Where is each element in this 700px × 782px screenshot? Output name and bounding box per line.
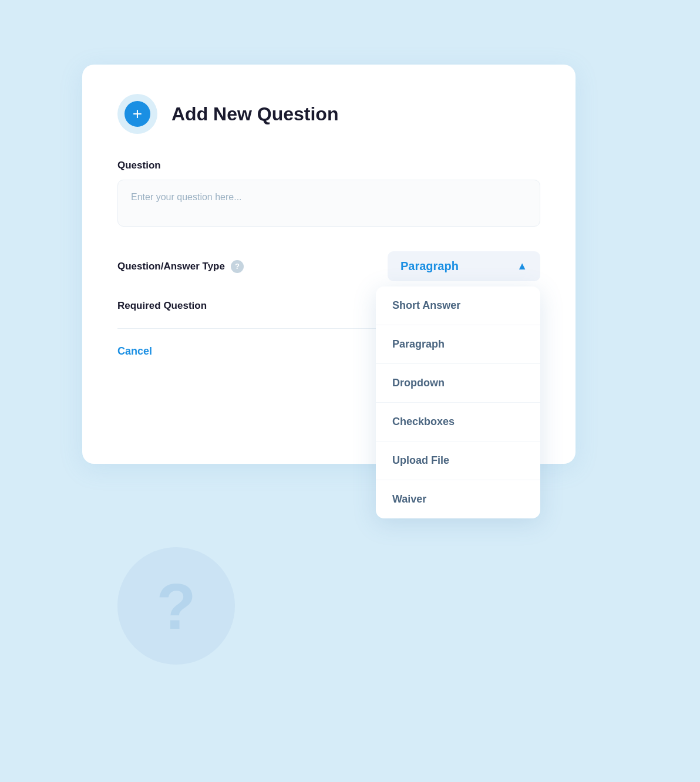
modal-header: + Add New Question	[117, 94, 540, 134]
dropdown-item-short-answer[interactable]: Short Answer	[376, 286, 540, 325]
header-icon-wrapper: +	[117, 94, 157, 134]
modal-card: + Add New Question Question Question/Ans…	[82, 65, 576, 464]
answer-type-left: Question/Answer Type ?	[117, 260, 244, 273]
modal-title: Add New Question	[171, 103, 338, 125]
dropdown-item-dropdown[interactable]: Dropdown	[376, 364, 540, 403]
question-input[interactable]	[117, 180, 540, 227]
answer-type-dropdown-trigger[interactable]: Paragraph ▲	[388, 251, 540, 281]
question-label: Question	[117, 160, 540, 171]
watermark-icon: ?	[117, 547, 235, 665]
answer-type-label: Question/Answer Type	[117, 261, 225, 272]
dropdown-item-upload-file[interactable]: Upload File	[376, 441, 540, 480]
answer-type-row: Question/Answer Type ? Paragraph ▲ Short…	[117, 251, 540, 281]
chevron-up-icon: ▲	[517, 260, 527, 272]
cancel-button[interactable]: Cancel	[117, 345, 152, 357]
dropdown-item-paragraph[interactable]: Paragraph	[376, 325, 540, 364]
dropdown-menu: Short Answer Paragraph Dropdown Checkbox…	[376, 286, 540, 518]
page-background: ? + Add New Question Question Question/A…	[0, 0, 700, 782]
dropdown-selected-value: Paragraph	[401, 259, 459, 273]
help-icon[interactable]: ?	[231, 260, 244, 273]
dropdown-item-checkboxes[interactable]: Checkboxes	[376, 403, 540, 441]
plus-icon: +	[124, 101, 150, 127]
question-section: Question	[117, 160, 540, 229]
dropdown-item-waiver[interactable]: Waiver	[376, 480, 540, 518]
